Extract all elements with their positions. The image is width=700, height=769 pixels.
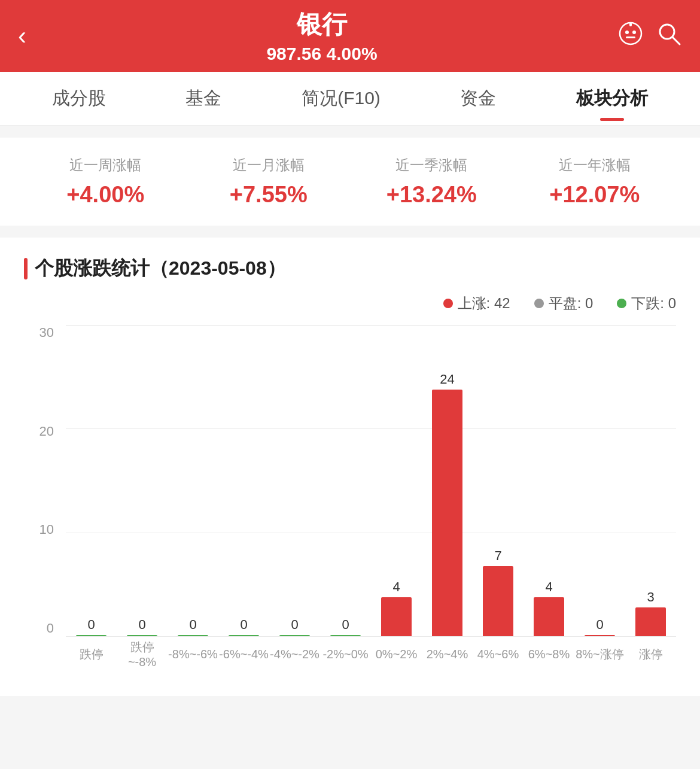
stat-quarter: 近一季涨幅 +13.24% <box>350 156 513 208</box>
tab-jijin[interactable]: 基金 <box>174 72 233 126</box>
x-axis-label: -8%~-6% <box>168 648 218 661</box>
bar-value-label: 7 <box>494 548 501 564</box>
svg-point-2 <box>632 31 636 34</box>
legend-dot-red <box>443 299 453 308</box>
x-axis-label: 0%~2% <box>371 648 422 661</box>
chart-section: 个股涨跌统计（2023-05-08） 上涨: 42 平盘: 0 下跌: 0 30… <box>0 238 700 696</box>
bar-value-label: 3 <box>647 589 654 605</box>
bar-group: 24 <box>422 325 473 636</box>
stat-week-value: +4.00% <box>24 182 187 208</box>
bar-group: 3 <box>625 325 676 636</box>
back-icon[interactable]: ‹ <box>18 22 26 50</box>
x-axis-label: 跌停~-8% <box>117 639 168 669</box>
bar-group: 0 <box>168 325 218 636</box>
y-label-0: 0 <box>47 621 54 636</box>
x-axis-label: 4%~6% <box>473 648 524 661</box>
header-right <box>617 20 682 52</box>
stat-quarter-label: 近一季涨幅 <box>350 156 513 175</box>
legend-up: 上涨: 42 <box>443 294 510 313</box>
x-axis-label: 涨停 <box>625 646 676 662</box>
x-axis-label: 跌停 <box>66 646 117 662</box>
legend-flat-label: 平盘: 0 <box>549 294 594 313</box>
x-axis-label: 8%~涨停 <box>574 646 625 662</box>
x-axis-label: -2%~0% <box>320 648 371 661</box>
bar-value-label: 0 <box>596 617 603 633</box>
section-title: 个股涨跌统计（2023-05-08） <box>24 256 676 282</box>
stat-quarter-value: +13.24% <box>350 182 513 208</box>
svg-line-7 <box>672 37 680 44</box>
bar-value-label: 0 <box>240 617 247 633</box>
bar-rect <box>635 607 666 636</box>
y-axis: 30 20 10 0 <box>24 325 60 636</box>
robot-icon[interactable] <box>617 20 644 52</box>
bar-value-label: 0 <box>87 617 95 633</box>
bar-group: 0 <box>218 325 269 636</box>
y-label-30: 30 <box>39 325 54 341</box>
tab-jiankuang[interactable]: 简况(F10) <box>290 72 392 126</box>
stats-row: 近一周涨幅 +4.00% 近一月涨幅 +7.55% 近一季涨幅 +13.24% … <box>24 156 676 208</box>
tab-bankuai[interactable]: 板块分析 <box>564 72 660 126</box>
chart-inner: 0000004247403 <box>66 325 676 636</box>
svg-point-1 <box>625 31 629 34</box>
svg-rect-3 <box>626 37 635 38</box>
stat-month-label: 近一月涨幅 <box>187 156 351 175</box>
bar-value-label: 24 <box>440 372 454 387</box>
stats-section: 近一周涨幅 +4.00% 近一月涨幅 +7.55% 近一季涨幅 +13.24% … <box>0 138 700 226</box>
bar-value-label: 0 <box>138 617 145 633</box>
header: ‹ 银行 987.56 4.00% <box>0 0 700 72</box>
bar-value-label: 0 <box>342 617 349 633</box>
bar-value-label: 0 <box>189 617 196 633</box>
stat-year-label: 近一年涨幅 <box>513 156 677 175</box>
bars-row: 0000004247403 <box>66 325 676 636</box>
bar-rect <box>432 390 462 636</box>
legend-flat: 平盘: 0 <box>534 294 594 313</box>
bar-rect <box>483 566 513 636</box>
bar-group: 0 <box>117 325 168 636</box>
x-axis-label: 6%~8% <box>524 648 574 661</box>
tab-zijin[interactable]: 资金 <box>448 72 508 126</box>
x-axis-label: -4%~-2% <box>269 648 320 661</box>
header-center: 银行 987.56 4.00% <box>26 8 617 64</box>
bar-value-label: 4 <box>545 579 552 595</box>
legend-dot-gray <box>534 299 544 308</box>
y-label-20: 20 <box>39 424 54 439</box>
stat-month-value: +7.55% <box>187 182 351 208</box>
bar-rect <box>534 597 564 636</box>
bar-rect <box>381 597 412 636</box>
bar-group: 4 <box>524 325 574 636</box>
bar-value-label: 4 <box>392 579 400 595</box>
header-left: ‹ <box>18 22 26 50</box>
bar-group: 4 <box>371 325 422 636</box>
bar-group: 7 <box>473 325 524 636</box>
stat-month: 近一月涨幅 +7.55% <box>187 156 351 208</box>
stat-year: 近一年涨幅 +12.07% <box>513 156 677 208</box>
tab-chengfen[interactable]: 成分股 <box>40 72 118 126</box>
search-icon[interactable] <box>656 20 682 52</box>
stat-week: 近一周涨幅 +4.00% <box>24 156 187 208</box>
bar-group: 0 <box>269 325 320 636</box>
legend-down-label: 下跌: 0 <box>631 294 676 313</box>
bar-chart: 30 20 10 0 0000004247403 跌停跌停~-8%-8%~-6%… <box>24 325 676 672</box>
tabs: 成分股 基金 简况(F10) 资金 板块分析 <box>0 72 700 126</box>
stat-week-label: 近一周涨幅 <box>24 156 187 175</box>
header-title: 银行 <box>26 8 617 41</box>
legend-up-label: 上涨: 42 <box>458 294 510 313</box>
bar-group: 0 <box>320 325 371 636</box>
legend-dot-green <box>617 299 626 308</box>
header-subtitle: 987.56 4.00% <box>26 44 617 64</box>
section-title-text: 个股涨跌统计（2023-05-08） <box>35 256 286 282</box>
bar-group: 0 <box>66 325 117 636</box>
stat-year-value: +12.07% <box>513 182 677 208</box>
x-axis-label: -6%~-4% <box>218 648 269 661</box>
bar-value-label: 0 <box>291 617 298 633</box>
bar-group: 0 <box>574 325 625 636</box>
legend-down: 下跌: 0 <box>617 294 676 313</box>
x-axis-label: 2%~4% <box>422 648 473 661</box>
y-label-10: 10 <box>39 522 54 537</box>
x-axis: 跌停跌停~-8%-8%~-6%-6%~-4%-4%~-2%-2%~0%0%~2%… <box>66 636 676 672</box>
title-bar-decoration <box>24 258 28 279</box>
chart-legend: 上涨: 42 平盘: 0 下跌: 0 <box>24 294 676 313</box>
